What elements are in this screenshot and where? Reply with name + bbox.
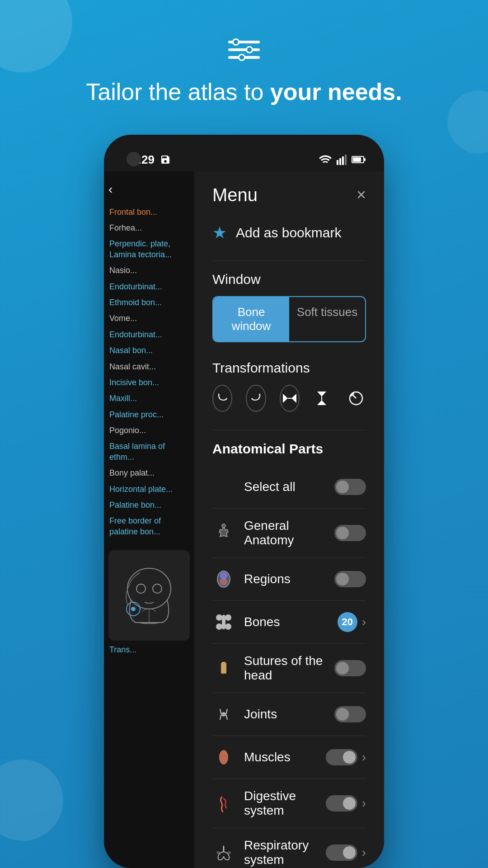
select-all-toggle[interactable]	[334, 479, 366, 495]
transformations-label: Transformations	[212, 360, 366, 376]
sutures-toggle-right	[334, 660, 366, 676]
sidebar-item[interactable]: Forhea...	[108, 222, 190, 235]
reset-button[interactable]	[347, 385, 366, 412]
camera-hole	[127, 152, 141, 166]
regions-toggle[interactable]	[334, 571, 366, 587]
divider	[212, 260, 366, 261]
regions-item[interactable]: Regions	[212, 558, 366, 601]
bones-icon	[212, 611, 235, 633]
status-left: 7:29	[122, 153, 171, 167]
joints-toggle[interactable]	[334, 706, 366, 722]
star-icon: ★	[212, 223, 227, 242]
sidebar-item[interactable]: Horizontal plate...	[108, 483, 190, 496]
svg-point-46	[227, 851, 231, 854]
svg-rect-12	[345, 155, 347, 165]
back-button[interactable]: ‹	[108, 180, 190, 198]
sutures-item[interactable]: Sutures of the head	[212, 644, 366, 693]
general-anatomy-toggle-right	[334, 525, 366, 541]
sidebar-item[interactable]: Nasal cavit...	[108, 360, 190, 373]
bookmark-row[interactable]: ★ Add as bookmark	[212, 223, 366, 242]
flip-button[interactable]	[280, 385, 300, 412]
select-all-label: Select all	[244, 480, 325, 494]
sidebar-item[interactable]: Nasal bon...	[108, 344, 190, 357]
save-icon	[160, 154, 171, 165]
sidebar-item[interactable]: Pogonio...	[108, 424, 190, 437]
svg-marker-23	[291, 394, 296, 403]
muscles-toggle[interactable]	[326, 749, 357, 765]
bones-badge: 20	[338, 612, 357, 632]
svg-point-6	[247, 47, 252, 52]
select-all-item[interactable]: Select all	[212, 466, 366, 509]
regions-icon	[212, 568, 235, 590]
bones-chevron[interactable]: ›	[362, 615, 366, 629]
muscles-chevron[interactable]: ›	[362, 750, 366, 764]
svg-rect-36	[222, 615, 225, 629]
sidebar-item[interactable]: Endoturbinat...	[108, 328, 190, 341]
svg-rect-1	[228, 48, 260, 51]
sidebar-item[interactable]: Trans...	[108, 643, 190, 656]
respiratory-toggle-right: ›	[326, 844, 366, 861]
sidebar-item[interactable]: Bony palat...	[108, 467, 190, 480]
sidebar-item[interactable]: Nasio...	[108, 264, 190, 277]
svg-point-4	[234, 40, 238, 44]
general-anatomy-item[interactable]: General Anatomy	[212, 509, 366, 558]
top-section: Tailor the atlas to your needs.	[0, 0, 488, 135]
sutures-icon	[212, 657, 235, 679]
sidebar-item[interactable]: Frontal bon...	[108, 206, 190, 219]
svg-rect-11	[342, 156, 344, 165]
bones-toggle-right: 20 ›	[338, 612, 366, 632]
joints-icon	[212, 703, 235, 726]
window-toggle: Bone window Soft tissues	[212, 296, 366, 342]
redo-button[interactable]	[246, 385, 266, 412]
respiratory-toggle[interactable]	[326, 844, 357, 861]
anatomical-parts-label: Anatomical Parts	[212, 441, 366, 457]
headline: Tailor the atlas to your needs.	[59, 77, 429, 108]
digestive-chevron[interactable]: ›	[362, 796, 366, 811]
close-button[interactable]: ×	[357, 187, 366, 203]
general-anatomy-icon	[212, 522, 235, 544]
sidebar-item[interactable]: Ethmoid bon...	[108, 296, 190, 309]
digestive-label: Digestive system	[244, 789, 317, 818]
sidebar-item[interactable]: Incisive bon...	[108, 376, 190, 389]
digestive-toggle[interactable]	[326, 795, 357, 811]
menu-title: Menu	[212, 185, 258, 205]
filter-icon	[226, 36, 262, 63]
status-bar: 7:29	[104, 148, 384, 171]
transform-icons-row	[212, 385, 366, 412]
respiratory-label: Respiratory system	[244, 838, 317, 867]
sidebar-item[interactable]: Basal lamina of ethm...	[108, 440, 190, 464]
respiratory-chevron[interactable]: ›	[362, 845, 366, 860]
sidebar-item[interactable]: Vome...	[108, 312, 190, 325]
svg-rect-14	[353, 157, 361, 162]
sidebar-item[interactable]: Maxill...	[108, 392, 190, 405]
general-anatomy-toggle[interactable]	[334, 525, 366, 541]
sidebar-item[interactable]: Perpendic. plate, Lamina tectoria...	[108, 237, 190, 261]
svg-line-29	[352, 394, 356, 398]
sidebar: ‹ Frontal bon... Forhea... Perpendic. pl…	[104, 171, 194, 868]
undo-button[interactable]	[212, 385, 232, 412]
bones-label: Bones	[244, 615, 328, 629]
joints-item[interactable]: Joints	[212, 693, 366, 736]
soft-tissue-button[interactable]: Soft tissues	[289, 297, 365, 341]
respiratory-item[interactable]: Respiratory system ›	[212, 828, 366, 868]
muscles-toggle-right: ›	[326, 749, 366, 765]
sidebar-item[interactable]: Endoturbinat...	[108, 280, 190, 293]
sidebar-item[interactable]: Free border of palatine bon...	[108, 514, 190, 538]
digestive-item[interactable]: Digestive system ›	[212, 779, 366, 828]
svg-rect-9	[337, 160, 338, 165]
svg-point-32	[222, 524, 225, 528]
svg-marker-22	[283, 394, 288, 403]
muscles-item[interactable]: Muscles ›	[212, 736, 366, 779]
joints-label: Joints	[244, 707, 325, 722]
sutures-toggle[interactable]	[334, 660, 366, 676]
status-right	[319, 154, 366, 165]
svg-rect-15	[364, 158, 366, 161]
sidebar-item[interactable]: Palatine bon...	[108, 499, 190, 512]
select-all-icon-placeholder	[212, 476, 235, 498]
skull-image	[108, 550, 190, 641]
bones-item[interactable]: Bones 20 ›	[212, 601, 366, 644]
bone-window-button[interactable]: Bone window	[213, 297, 289, 341]
flip-vertical-button[interactable]	[313, 385, 333, 412]
sidebar-item[interactable]: Palatine proc...	[108, 408, 190, 421]
wifi-icon	[319, 154, 332, 165]
